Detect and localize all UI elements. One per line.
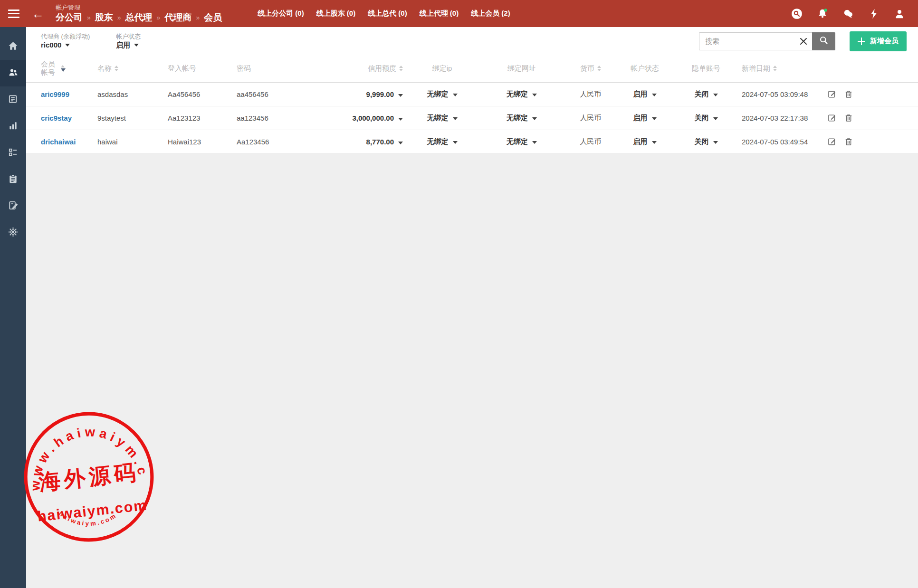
col-header-credit[interactable]: 信用额度 bbox=[310, 55, 403, 82]
top-bar: ← 帐户管理 分公司 » 股东 » 总代理 » 代理商 » 会员 线上分公司 (… bbox=[0, 0, 918, 27]
notifications-bell-icon[interactable] bbox=[816, 8, 829, 20]
delete-trash-icon[interactable] bbox=[844, 89, 853, 99]
tab-online-shareholder[interactable]: 线上股东 (0) bbox=[316, 9, 356, 18]
hide-account-dropdown[interactable]: 关闭 bbox=[695, 137, 718, 145]
breadcrumb-item[interactable]: 代理商 bbox=[164, 12, 191, 23]
breadcrumb-item[interactable]: 总代理 bbox=[125, 12, 153, 23]
breadcrumb-separator: » bbox=[157, 14, 161, 21]
member-account-link[interactable]: aric9999 bbox=[41, 90, 69, 98]
delete-trash-icon[interactable] bbox=[844, 137, 853, 146]
sidebar-item-accounts[interactable] bbox=[0, 60, 26, 86]
bind-ip-dropdown[interactable]: 无绑定 bbox=[427, 114, 458, 122]
member-currency: 人民币 bbox=[562, 82, 619, 106]
global-search-icon[interactable] bbox=[791, 8, 803, 20]
member-login: Aa456456 bbox=[168, 82, 237, 106]
back-arrow-icon[interactable]: ← bbox=[32, 8, 44, 20]
sidebar-item-statistics[interactable] bbox=[0, 113, 26, 140]
clipboard-icon bbox=[8, 173, 19, 186]
agent-filter-dropdown[interactable]: ric000 bbox=[41, 41, 90, 49]
member-currency: 人民币 bbox=[562, 130, 619, 153]
status-dropdown[interactable]: 启用 bbox=[633, 114, 657, 122]
tab-online-master-agent[interactable]: 线上总代 (0) bbox=[368, 9, 407, 18]
edit-icon[interactable] bbox=[827, 137, 837, 146]
status-filter-value: 启用 bbox=[116, 41, 130, 49]
user-profile-icon[interactable] bbox=[893, 8, 906, 20]
menu-icon[interactable] bbox=[8, 9, 19, 18]
created-date: 2024-07-05 03:09:48 bbox=[742, 82, 827, 106]
tab-online-branch[interactable]: 线上分公司 (0) bbox=[258, 9, 304, 18]
member-password: aa456456 bbox=[237, 82, 310, 106]
sort-icon[interactable] bbox=[773, 66, 777, 71]
member-password: aa123456 bbox=[237, 106, 310, 130]
bind-url-dropdown[interactable]: 无绑定 bbox=[507, 114, 537, 122]
filter-bar: 代理商 (余额浮动) ric000 帐户状态 启用 bbox=[26, 27, 918, 55]
bind-ip-dropdown[interactable]: 无绑定 bbox=[427, 90, 458, 98]
add-member-button[interactable]: 新增会员 bbox=[850, 31, 907, 51]
sidebar-item-settings[interactable] bbox=[0, 219, 26, 246]
chevron-down-icon bbox=[532, 141, 537, 144]
chevron-down-icon bbox=[134, 44, 139, 47]
status-filter-dropdown[interactable]: 启用 bbox=[116, 41, 141, 49]
edit-icon[interactable] bbox=[827, 113, 837, 123]
member-name: asdasdas bbox=[97, 82, 168, 106]
search-input[interactable] bbox=[699, 32, 812, 50]
table-row: aric9999 asdasdas Aa456456 aa456456 9,99… bbox=[26, 82, 918, 106]
content-background bbox=[26, 154, 918, 588]
sort-icon[interactable] bbox=[597, 66, 601, 71]
member-name: 9staytest bbox=[97, 106, 168, 130]
bind-url-dropdown[interactable]: 无绑定 bbox=[507, 137, 537, 145]
col-header-member-account[interactable]: 会员帐号 bbox=[26, 55, 97, 82]
breadcrumb: 帐户管理 分公司 » 股东 » 总代理 » 代理商 » 会员 bbox=[56, 4, 222, 23]
chevron-down-icon bbox=[453, 117, 458, 120]
hide-account-dropdown[interactable]: 关闭 bbox=[695, 114, 718, 122]
sort-icon[interactable] bbox=[115, 66, 118, 71]
breadcrumb-item[interactable]: 股东 bbox=[95, 12, 113, 23]
search-button[interactable] bbox=[812, 32, 835, 50]
member-account-link[interactable]: cric9stay bbox=[41, 114, 72, 122]
document-icon bbox=[8, 94, 19, 106]
sidebar-item-home[interactable] bbox=[0, 33, 26, 60]
sidebar-item-orders[interactable] bbox=[0, 166, 26, 193]
tab-online-member[interactable]: 线上会员 (2) bbox=[471, 9, 510, 18]
file-edit-icon bbox=[8, 200, 19, 213]
status-dropdown[interactable]: 启用 bbox=[633, 90, 657, 98]
delete-trash-icon[interactable] bbox=[844, 113, 853, 123]
breadcrumb-item[interactable]: 会员 bbox=[204, 12, 222, 23]
agent-filter-value: ric000 bbox=[41, 41, 61, 49]
messages-chat-icon[interactable] bbox=[842, 8, 854, 20]
status-dropdown[interactable]: 启用 bbox=[633, 137, 657, 145]
breadcrumb-item[interactable]: 分公司 bbox=[56, 12, 83, 23]
sort-icon[interactable] bbox=[399, 66, 403, 71]
tab-online-agent[interactable]: 线上代理 (0) bbox=[420, 9, 459, 18]
edit-icon[interactable] bbox=[827, 89, 837, 99]
bind-ip-dropdown[interactable]: 无绑定 bbox=[427, 137, 458, 145]
col-header-created-date[interactable]: 新增日期 bbox=[742, 55, 827, 82]
bind-url-dropdown[interactable]: 无绑定 bbox=[507, 90, 537, 98]
agent-filter-label: 代理商 (余额浮动) bbox=[41, 33, 90, 40]
table-header-row: 会员帐号 名称 登入帐号 密码 信用额度 绑定ip bbox=[26, 55, 918, 82]
col-header-currency[interactable]: 货币 bbox=[562, 55, 619, 82]
home-icon bbox=[8, 40, 19, 53]
created-date: 2024-07-05 03:49:54 bbox=[742, 130, 827, 153]
member-account-link[interactable]: drichaiwai bbox=[41, 138, 76, 146]
credit-dropdown[interactable]: 9,999.00 bbox=[366, 90, 403, 98]
breadcrumb-separator: » bbox=[117, 14, 121, 21]
credit-dropdown[interactable]: 3,000,000.00 bbox=[352, 114, 403, 122]
col-header-name[interactable]: 名称 bbox=[97, 55, 168, 82]
chevron-down-icon bbox=[532, 117, 537, 120]
bar-chart-icon bbox=[8, 120, 19, 133]
credit-dropdown[interactable]: 8,770.00 bbox=[366, 138, 403, 146]
sidebar-item-reports[interactable] bbox=[0, 86, 26, 113]
member-login: Haiwai123 bbox=[168, 130, 237, 153]
chevron-down-icon bbox=[453, 94, 458, 96]
hide-account-dropdown[interactable]: 关闭 bbox=[695, 90, 718, 98]
chevron-down-icon bbox=[713, 117, 718, 120]
sidebar-item-management[interactable] bbox=[0, 140, 26, 166]
activity-bolt-icon[interactable] bbox=[868, 8, 880, 20]
sort-icon[interactable] bbox=[61, 65, 66, 72]
sidebar-nav bbox=[0, 27, 26, 588]
chevron-down-icon bbox=[453, 141, 458, 144]
sidebar-item-logs[interactable] bbox=[0, 193, 26, 219]
chevron-down-icon bbox=[398, 118, 403, 121]
clear-search-icon[interactable] bbox=[799, 37, 808, 46]
